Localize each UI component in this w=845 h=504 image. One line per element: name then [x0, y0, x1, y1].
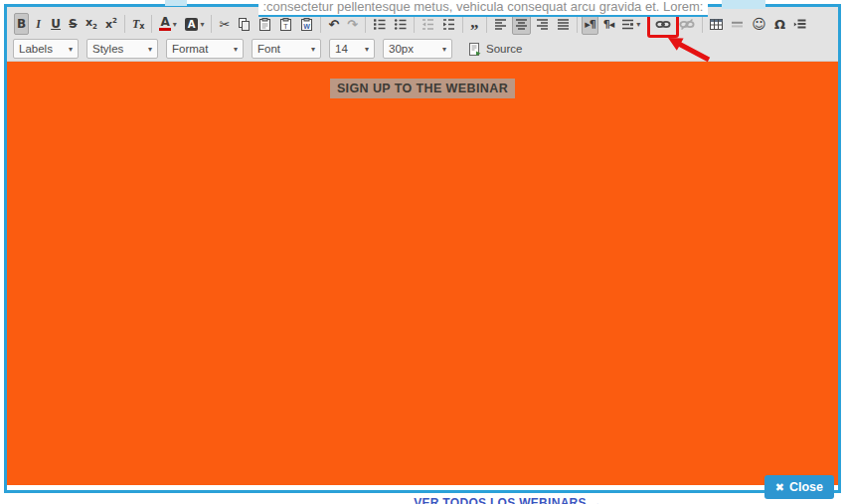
toolbar-separator: [151, 15, 152, 33]
source-button[interactable]: Source: [460, 39, 530, 59]
chevron-down-icon: ▾: [234, 45, 238, 54]
smiley-icon: ☺: [752, 16, 766, 32]
language-icon: [621, 18, 634, 31]
chevron-down-icon: ▾: [69, 45, 73, 54]
line-height-dropdown[interactable]: 30px▾: [383, 39, 452, 59]
styles-dropdown-label: Styles: [92, 43, 123, 55]
editor-content-area[interactable]: SIGN UP TO THE WEBINAR: [7, 62, 838, 485]
svg-text:W: W: [304, 22, 311, 29]
page-bottom-link-row: VER TODOS LOS WEBINARS →: [85, 493, 845, 504]
italic-icon: I: [36, 17, 41, 32]
paste-icon: [258, 18, 271, 31]
align-center-icon: [515, 18, 528, 31]
chevron-down-icon: ▾: [365, 45, 369, 54]
toolbar-separator: [414, 15, 415, 33]
paste-plain-text-icon: T: [279, 18, 292, 31]
close-x-icon: ✖: [775, 481, 784, 494]
font-dropdown-label: Font: [257, 43, 280, 55]
labels-dropdown-label: Labels: [19, 43, 53, 55]
page-background-text: :consectetur pellentesque metus, vehicul…: [258, 0, 709, 17]
toolbar-separator: [702, 15, 703, 33]
line-height-dropdown-label: 30px: [389, 43, 414, 55]
toolbar-separator: [124, 15, 125, 33]
remove-format-icon: Tx: [132, 17, 145, 32]
bold-icon: B: [17, 17, 26, 31]
bold-button[interactable]: B: [14, 13, 29, 35]
chevron-down-icon: ▾: [636, 20, 640, 29]
bulleted-list-icon: [394, 18, 407, 31]
strikethrough-icon: S: [69, 17, 78, 31]
page-break-icon: [793, 18, 806, 31]
redo-icon: ↷: [347, 17, 358, 32]
align-right-icon: [536, 18, 549, 31]
link-icon: [655, 18, 671, 31]
format-dropdown[interactable]: Format▾: [166, 39, 244, 59]
blockquote-icon: “: [470, 19, 479, 29]
underline-icon: U: [51, 17, 61, 31]
toolbar-separator: [577, 15, 578, 33]
screenshot-stage: :consectetur pellentesque metus, vehicul…: [0, 0, 845, 504]
font-size-dropdown-label: 14: [335, 43, 348, 55]
horizontal-rule-icon: [731, 18, 744, 31]
text-direction-rtl-icon: ¶◂: [603, 18, 614, 31]
numbered-list-icon: [373, 18, 386, 31]
toolbar-separator: [365, 15, 366, 33]
toolbar-separator: [647, 15, 648, 33]
cut-icon: ✂: [219, 17, 230, 32]
unlink-icon: [679, 18, 695, 31]
text-direction-ltr-icon: ▸¶: [585, 18, 595, 31]
chevron-down-icon: ▾: [148, 45, 152, 54]
chevron-down-icon: ▾: [173, 20, 177, 29]
chevron-down-icon: ▾: [311, 45, 315, 54]
toolbar-separator: [462, 15, 463, 33]
font-size-dropdown[interactable]: 14▾: [329, 39, 375, 59]
align-left-icon: [494, 18, 507, 31]
decrease-indent-icon: [422, 18, 434, 31]
paste-from-word-icon: W: [300, 18, 313, 31]
special-character-icon: Ω: [774, 17, 785, 32]
close-button-label: Close: [789, 480, 823, 494]
subscript-icon: x2: [85, 16, 97, 31]
increase-indent-icon: [442, 18, 455, 31]
toolbar-separator: [320, 15, 321, 33]
format-dropdown-label: Format: [172, 43, 208, 55]
toolbar-separator: [211, 15, 212, 33]
chevron-down-icon: ▾: [200, 20, 204, 29]
italic-button[interactable]: I: [31, 13, 46, 35]
toolbar-row-2: Labels▾Styles▾Format▾Font▾14▾30px▾Source: [13, 38, 832, 60]
background-color-icon: A: [185, 18, 199, 31]
superscript-icon: x2: [105, 17, 117, 31]
selected-text[interactable]: SIGN UP TO THE WEBINAR: [330, 79, 515, 98]
labels-dropdown[interactable]: Labels▾: [13, 39, 79, 59]
text-color-icon: A: [159, 17, 170, 31]
source-button-label: Source: [486, 43, 522, 55]
font-dropdown[interactable]: Font▾: [252, 39, 321, 59]
editor-dialog: BIUSx2x2TxA▾A▾✂TW↶↷“▸¶¶◂▾☺Ω Labels▾Style…: [4, 4, 841, 493]
chevron-down-icon: ▾: [442, 45, 446, 54]
styles-dropdown[interactable]: Styles▾: [86, 39, 158, 59]
source-icon: [468, 43, 482, 56]
page-background-text-row: :consectetur pellentesque metus, vehicul…: [61, 0, 845, 17]
table-icon: [710, 18, 723, 31]
toolbar-separator: [486, 15, 487, 33]
see-all-webinars-link[interactable]: VER TODOS LOS WEBINARS →: [414, 496, 602, 504]
copy-icon: [238, 18, 251, 31]
align-justify-icon: [557, 18, 570, 31]
undo-icon: ↶: [328, 17, 339, 32]
svg-text:T: T: [284, 22, 289, 29]
